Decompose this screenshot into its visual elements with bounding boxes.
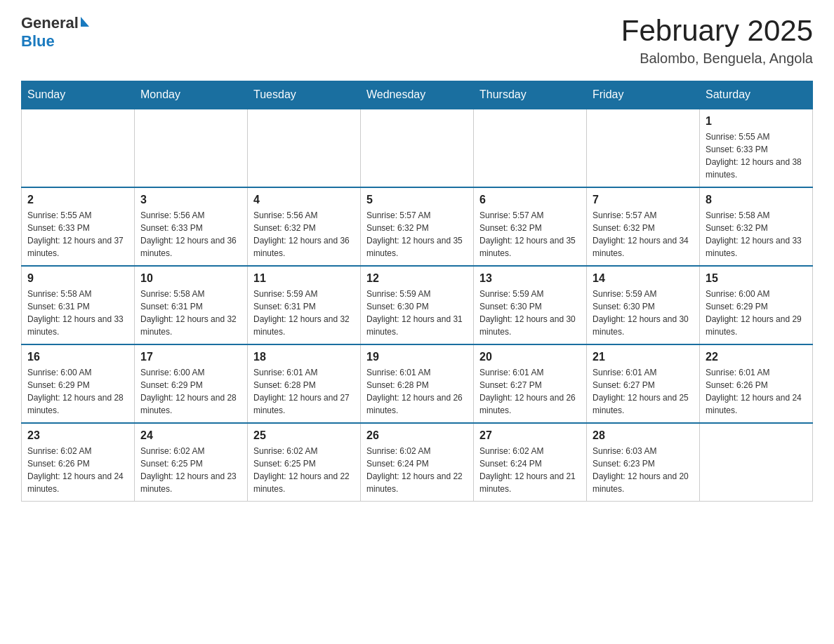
day-number: 9 xyxy=(27,272,128,285)
calendar-cell: 22Sunrise: 6:01 AMSunset: 6:26 PMDayligh… xyxy=(700,344,813,423)
day-info: Sunrise: 5:57 AMSunset: 6:32 PMDaylight:… xyxy=(366,209,468,260)
calendar-cell: 14Sunrise: 5:59 AMSunset: 6:30 PMDayligh… xyxy=(587,266,700,344)
day-info: Sunrise: 5:57 AMSunset: 6:32 PMDaylight:… xyxy=(479,209,581,260)
day-info: Sunrise: 6:01 AMSunset: 6:26 PMDaylight:… xyxy=(706,366,807,417)
day-number: 3 xyxy=(140,194,241,206)
day-info: Sunrise: 5:59 AMSunset: 6:30 PMDaylight:… xyxy=(593,288,694,338)
day-info: Sunrise: 5:56 AMSunset: 6:33 PMDaylight:… xyxy=(140,209,241,260)
calendar-cell: 24Sunrise: 6:02 AMSunset: 6:25 PMDayligh… xyxy=(135,423,248,502)
calendar-header-row: SundayMondayTuesdayWednesdayThursdayFrid… xyxy=(22,81,813,109)
day-number: 5 xyxy=(366,194,468,206)
calendar-cell: 4Sunrise: 5:56 AMSunset: 6:32 PMDaylight… xyxy=(248,187,361,266)
calendar-cell: 18Sunrise: 6:01 AMSunset: 6:28 PMDayligh… xyxy=(248,344,361,423)
day-number: 27 xyxy=(479,429,581,442)
calendar-cell xyxy=(587,109,700,187)
day-number: 11 xyxy=(253,272,355,285)
day-number: 21 xyxy=(593,351,694,363)
calendar-cell: 23Sunrise: 6:02 AMSunset: 6:26 PMDayligh… xyxy=(22,423,135,502)
day-info: Sunrise: 6:02 AMSunset: 6:25 PMDaylight:… xyxy=(253,445,355,495)
calendar-cell: 16Sunrise: 6:00 AMSunset: 6:29 PMDayligh… xyxy=(22,344,135,423)
calendar-cell: 5Sunrise: 5:57 AMSunset: 6:32 PMDaylight… xyxy=(361,187,474,266)
day-info: Sunrise: 6:00 AMSunset: 6:29 PMDaylight:… xyxy=(140,366,241,417)
day-number: 22 xyxy=(706,351,807,363)
calendar-cell: 12Sunrise: 5:59 AMSunset: 6:30 PMDayligh… xyxy=(361,266,474,344)
calendar-cell: 3Sunrise: 5:56 AMSunset: 6:33 PMDaylight… xyxy=(135,187,248,266)
day-number: 18 xyxy=(253,351,355,363)
day-number: 14 xyxy=(593,272,694,285)
day-info: Sunrise: 5:59 AMSunset: 6:30 PMDaylight:… xyxy=(366,288,468,338)
page-header: General Blue February 2025 Balombo, Beng… xyxy=(21,14,813,67)
day-info: Sunrise: 6:03 AMSunset: 6:23 PMDaylight:… xyxy=(593,445,694,495)
calendar-cell xyxy=(361,109,474,187)
day-info: Sunrise: 5:58 AMSunset: 6:32 PMDaylight:… xyxy=(706,209,807,260)
day-info: Sunrise: 6:00 AMSunset: 6:29 PMDaylight:… xyxy=(27,366,128,417)
day-of-week-header: Thursday xyxy=(474,81,587,109)
logo-blue-text: Blue xyxy=(21,32,55,51)
calendar-cell: 6Sunrise: 5:57 AMSunset: 6:32 PMDaylight… xyxy=(474,187,587,266)
day-info: Sunrise: 5:58 AMSunset: 6:31 PMDaylight:… xyxy=(27,288,128,338)
calendar-cell: 10Sunrise: 5:58 AMSunset: 6:31 PMDayligh… xyxy=(135,266,248,344)
day-number: 25 xyxy=(253,429,355,442)
day-number: 20 xyxy=(479,351,581,363)
calendar-table: SundayMondayTuesdayWednesdayThursdayFrid… xyxy=(21,81,813,502)
calendar-cell xyxy=(135,109,248,187)
day-number: 23 xyxy=(27,429,128,442)
calendar-cell: 17Sunrise: 6:00 AMSunset: 6:29 PMDayligh… xyxy=(135,344,248,423)
calendar-cell: 26Sunrise: 6:02 AMSunset: 6:24 PMDayligh… xyxy=(361,423,474,502)
location-title: Balombo, Benguela, Angola xyxy=(621,51,813,67)
calendar-cell: 15Sunrise: 6:00 AMSunset: 6:29 PMDayligh… xyxy=(700,266,813,344)
calendar-cell xyxy=(700,423,813,502)
day-of-week-header: Monday xyxy=(135,81,248,109)
day-number: 13 xyxy=(479,272,581,285)
day-info: Sunrise: 6:01 AMSunset: 6:27 PMDaylight:… xyxy=(479,366,581,417)
day-number: 10 xyxy=(140,272,241,285)
day-info: Sunrise: 6:01 AMSunset: 6:28 PMDaylight:… xyxy=(253,366,355,417)
day-info: Sunrise: 5:58 AMSunset: 6:31 PMDaylight:… xyxy=(140,288,241,338)
day-number: 19 xyxy=(366,351,468,363)
day-info: Sunrise: 6:02 AMSunset: 6:25 PMDaylight:… xyxy=(140,445,241,495)
day-info: Sunrise: 5:55 AMSunset: 6:33 PMDaylight:… xyxy=(27,209,128,260)
calendar-cell: 8Sunrise: 5:58 AMSunset: 6:32 PMDaylight… xyxy=(700,187,813,266)
day-of-week-header: Tuesday xyxy=(248,81,361,109)
calendar-cell: 21Sunrise: 6:01 AMSunset: 6:27 PMDayligh… xyxy=(587,344,700,423)
day-number: 6 xyxy=(479,194,581,206)
day-info: Sunrise: 6:00 AMSunset: 6:29 PMDaylight:… xyxy=(706,288,807,338)
day-info: Sunrise: 6:01 AMSunset: 6:27 PMDaylight:… xyxy=(593,366,694,417)
calendar-cell: 27Sunrise: 6:02 AMSunset: 6:24 PMDayligh… xyxy=(474,423,587,502)
calendar-cell xyxy=(22,109,135,187)
calendar-cell: 11Sunrise: 5:59 AMSunset: 6:31 PMDayligh… xyxy=(248,266,361,344)
day-number: 26 xyxy=(366,429,468,442)
calendar-cell: 1Sunrise: 5:55 AMSunset: 6:33 PMDaylight… xyxy=(700,109,813,187)
day-number: 15 xyxy=(706,272,807,285)
calendar-cell xyxy=(248,109,361,187)
calendar-cell: 25Sunrise: 6:02 AMSunset: 6:25 PMDayligh… xyxy=(248,423,361,502)
day-number: 2 xyxy=(27,194,128,206)
calendar-cell: 20Sunrise: 6:01 AMSunset: 6:27 PMDayligh… xyxy=(474,344,587,423)
day-info: Sunrise: 6:01 AMSunset: 6:28 PMDaylight:… xyxy=(366,366,468,417)
day-info: Sunrise: 6:02 AMSunset: 6:26 PMDaylight:… xyxy=(27,445,128,495)
title-block: February 2025 Balombo, Benguela, Angola xyxy=(621,14,813,67)
day-number: 7 xyxy=(593,194,694,206)
day-number: 24 xyxy=(140,429,241,442)
calendar-week-row: 9Sunrise: 5:58 AMSunset: 6:31 PMDaylight… xyxy=(22,266,813,344)
calendar-cell: 28Sunrise: 6:03 AMSunset: 6:23 PMDayligh… xyxy=(587,423,700,502)
day-info: Sunrise: 5:57 AMSunset: 6:32 PMDaylight:… xyxy=(593,209,694,260)
day-number: 8 xyxy=(706,194,807,206)
day-number: 4 xyxy=(253,194,355,206)
calendar-cell: 19Sunrise: 6:01 AMSunset: 6:28 PMDayligh… xyxy=(361,344,474,423)
day-info: Sunrise: 5:59 AMSunset: 6:30 PMDaylight:… xyxy=(479,288,581,338)
calendar-cell: 9Sunrise: 5:58 AMSunset: 6:31 PMDaylight… xyxy=(22,266,135,344)
day-of-week-header: Saturday xyxy=(700,81,813,109)
day-number: 17 xyxy=(140,351,241,363)
calendar-cell: 7Sunrise: 5:57 AMSunset: 6:32 PMDaylight… xyxy=(587,187,700,266)
day-info: Sunrise: 5:56 AMSunset: 6:32 PMDaylight:… xyxy=(253,209,355,260)
day-number: 16 xyxy=(27,351,128,363)
calendar-week-row: 2Sunrise: 5:55 AMSunset: 6:33 PMDaylight… xyxy=(22,187,813,266)
day-info: Sunrise: 5:55 AMSunset: 6:33 PMDaylight:… xyxy=(706,130,807,181)
day-number: 28 xyxy=(593,429,694,442)
day-info: Sunrise: 5:59 AMSunset: 6:31 PMDaylight:… xyxy=(253,288,355,338)
day-info: Sunrise: 6:02 AMSunset: 6:24 PMDaylight:… xyxy=(479,445,581,495)
calendar-week-row: 1Sunrise: 5:55 AMSunset: 6:33 PMDaylight… xyxy=(22,109,813,187)
calendar-cell xyxy=(474,109,587,187)
calendar-cell: 2Sunrise: 5:55 AMSunset: 6:33 PMDaylight… xyxy=(22,187,135,266)
